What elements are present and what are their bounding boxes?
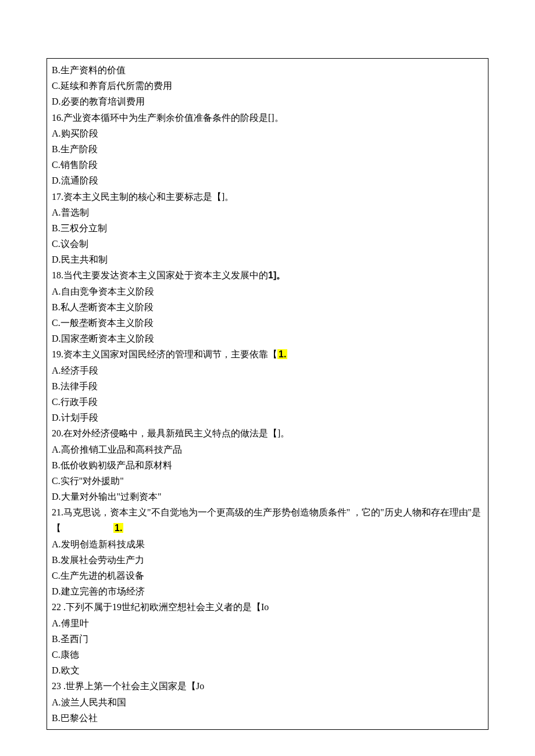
option-text: D.民主共和制 [52, 252, 483, 267]
option-text: D.流通阶段 [52, 173, 483, 188]
option-text: A.傅里叶 [52, 615, 483, 631]
question-text: 23 .世界上第一个社会主义国家是【Jo [52, 678, 483, 694]
option-text: B.巴黎公社 [52, 710, 483, 726]
option-text: C.生产先进的机器设备 [52, 568, 483, 583]
option-text: B.圣西门 [52, 631, 483, 647]
option-text: B.生产阶段 [52, 141, 483, 157]
option-text: C.销售阶段 [52, 157, 483, 173]
option-text: B.私人垄断资本主义阶段 [52, 299, 483, 315]
option-text: C.行政手段 [52, 394, 483, 410]
option-text: B.低价收购初级产品和原材料 [52, 457, 483, 473]
question-text: 21.马克思说，资本主义"不自觉地为一个更高级的生产形势创造物质条件" ，它的"… [52, 504, 483, 536]
option-text: B.发展社会劳动生产力 [52, 552, 483, 568]
question-text: 16.产业资本循环中为生产剩余价值准备条件的阶段是[]。 [52, 110, 483, 126]
option-text: C.一般垄断资本主义阶段 [52, 315, 483, 331]
option-text: B.三权分立制 [52, 220, 483, 236]
option-text: C.议会制 [52, 236, 483, 252]
option-text: A.发明创造新科技成果 [52, 536, 483, 552]
option-text: A.波兰人民共和国 [52, 694, 483, 710]
option-text: A.经济手段 [52, 363, 483, 378]
question-text: 20.在对外经济侵略中，最具新殖民主义特点的做法是【]。 [52, 425, 483, 441]
option-text: A.普选制 [52, 205, 483, 220]
option-text: A.自由竞争资本主义阶段 [52, 284, 483, 299]
question-prefix: 19.资本主义国家对国民经济的管理和调节，主要依靠【 [52, 349, 277, 359]
option-text: C.康德 [52, 647, 483, 662]
question-suffix: 1]。 [268, 270, 286, 280]
option-text: B.生产资料的价值 [52, 62, 483, 78]
option-text: A.高价推销工业品和高科技产品 [52, 442, 483, 457]
document-page: B.生产资料的价值 C.延续和养育后代所需的费用 D.必要的教育培训费用 16.… [47, 58, 488, 730]
option-text: B.法律手段 [52, 378, 483, 394]
option-text: D.欧文 [52, 662, 483, 678]
question-text: 17.资本主义民主制的核心和主要标志是【]。 [52, 189, 483, 205]
question-text: 19.资本主义国家对国民经济的管理和调节，主要依靠【1. [52, 346, 483, 362]
highlight-marker: 1. [113, 523, 123, 533]
option-text: D.计划手段 [52, 410, 483, 425]
option-text: D.国家垄断资本主义阶段 [52, 331, 483, 346]
question-prefix: 18.当代主要发达资本主义国家处于资本主义发展中的 [52, 270, 268, 280]
highlight-marker: 1. [277, 349, 287, 359]
question-text: 18.当代主要发达资本主义国家处于资本主义发展中的1]。 [52, 267, 483, 283]
option-text: D.建立完善的市场经济 [52, 583, 483, 599]
option-text: C.实行"对外援助" [52, 473, 483, 489]
option-text: D.大量对外输出"过剩资本" [52, 489, 483, 504]
option-text: A.购买阶段 [52, 126, 483, 141]
question-text: 22 .下列不属于19世纪初欧洲空想社会主义者的是【Io [52, 599, 483, 615]
option-text: C.延续和养育后代所需的费用 [52, 78, 483, 94]
option-text: D.必要的教育培训费用 [52, 94, 483, 109]
